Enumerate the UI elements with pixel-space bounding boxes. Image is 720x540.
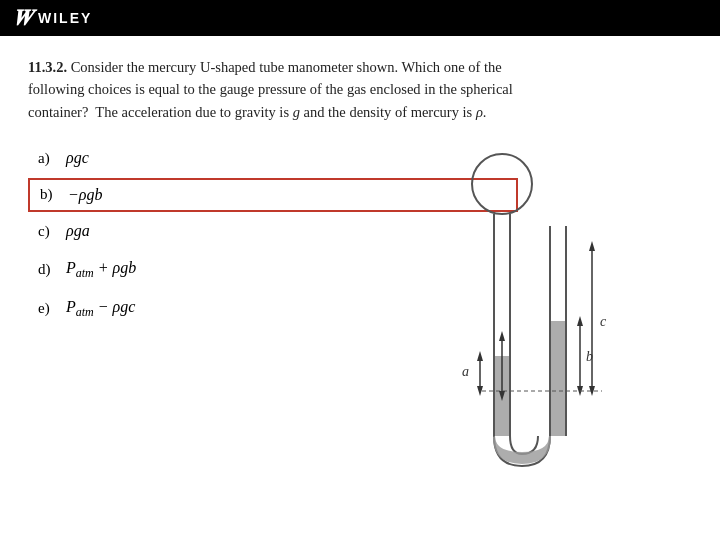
- choice-a-text: ρgc: [66, 147, 89, 169]
- manometer-svg: b a c: [442, 146, 642, 516]
- svg-marker-15: [477, 351, 483, 361]
- main-content: 11.3.2. Consider the mercury U-shaped tu…: [0, 36, 720, 347]
- choice-b-label: b): [40, 184, 62, 205]
- wiley-logo: 𝑾 WILEY: [12, 7, 92, 29]
- problem-number: 11.3.2.: [28, 59, 67, 75]
- svg-marker-24: [499, 331, 505, 341]
- choice-b-text: −ρgb: [68, 184, 102, 206]
- manometer-diagram: b a c: [442, 146, 662, 526]
- header: 𝑾 WILEY: [0, 0, 720, 36]
- svg-point-0: [472, 154, 532, 214]
- svg-marker-10: [577, 316, 583, 326]
- choice-c-text: ρga: [66, 220, 90, 242]
- choice-d-text: Patm + ρgb: [66, 257, 136, 282]
- wiley-w-icon: 𝑾: [12, 7, 32, 29]
- choice-e-label: e): [38, 298, 60, 319]
- svg-rect-8: [551, 321, 565, 436]
- choice-a-label: a): [38, 148, 60, 169]
- svg-text:c: c: [600, 314, 607, 329]
- problem-text: 11.3.2. Consider the mercury U-shaped tu…: [28, 56, 518, 123]
- svg-marker-19: [589, 241, 595, 251]
- choice-e-text: Patm − ρgc: [66, 296, 135, 321]
- choice-d-label: d): [38, 259, 60, 280]
- wiley-text: WILEY: [38, 10, 92, 26]
- choice-c-label: c): [38, 221, 60, 242]
- content-area: 11.3.2. Consider the mercury U-shaped tu…: [28, 56, 692, 327]
- svg-text:a: a: [462, 364, 469, 379]
